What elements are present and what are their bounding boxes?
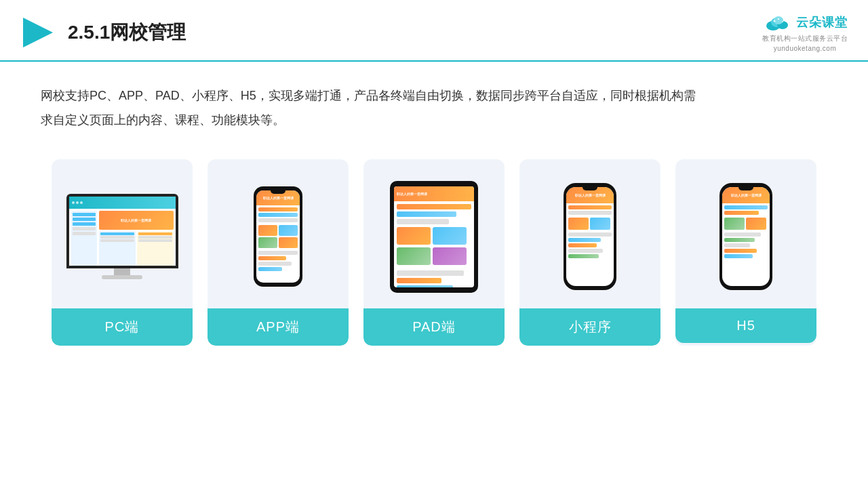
- phone-screen-h5: 职达人的第一堂网课: [722, 187, 770, 286]
- page-title: 2.5.1网校管理: [68, 20, 186, 45]
- card-pc-image: 职达人的第一堂网课: [52, 159, 193, 308]
- pc-stand-base: [102, 275, 142, 279]
- card-app-label: APP端: [208, 308, 349, 346]
- phone-mockup-h5: 职达人的第一堂网课: [719, 183, 772, 290]
- logo-sub: 教育机构一站式服务云平台: [762, 34, 848, 43]
- logo-icon: [762, 12, 792, 33]
- card-h5-image: 职达人的第一堂网课: [675, 159, 816, 308]
- phone-notch-app: [271, 190, 285, 194]
- pc-mockup: 职达人的第一堂网课: [66, 194, 178, 279]
- description: 网校支持PC、APP、PAD、小程序、H5，实现多端打通，产品各终端自由切换，数…: [0, 62, 746, 139]
- card-app: 职达人的第一堂网课: [208, 159, 349, 346]
- logo-area: 云朵课堂 教育机构一站式服务云平台 yunduoketang.com: [762, 12, 848, 52]
- tablet-screen: 职达人的第一堂网课: [394, 186, 474, 287]
- pc-screen: 职达人的第一堂网课: [69, 197, 176, 266]
- phone-mockup-app: 职达人的第一堂网课: [254, 186, 302, 287]
- pc-monitor: 职达人的第一堂网课: [66, 194, 178, 268]
- description-text: 网校支持PC、APP、PAD、小程序、H5，实现多端打通，产品各终端自由切换，数…: [41, 89, 696, 127]
- tablet-mockup: 职达人的第一堂网课: [390, 181, 478, 293]
- pc-stand-neck: [114, 268, 130, 275]
- svg-point-6: [778, 18, 779, 20]
- logo-cloud: 云朵课堂: [762, 12, 848, 33]
- card-pad: 职达人的第一堂网课: [363, 159, 505, 346]
- card-pad-image: 职达人的第一堂网课: [363, 159, 505, 308]
- svg-point-7: [782, 21, 783, 22]
- phone-screen-mini: 职达人的第一堂网课: [566, 187, 614, 286]
- play-icon: [20, 15, 56, 50]
- card-h5-label: H5: [675, 308, 816, 343]
- svg-marker-0: [23, 18, 53, 47]
- card-miniapp-image: 职达人的第一堂网课: [519, 159, 660, 308]
- phone-screen-app: 职达人的第一堂网课: [256, 190, 300, 283]
- cards-container: 职达人的第一堂网课: [0, 139, 868, 359]
- phone-notch-mini: [583, 187, 597, 190]
- phone-notch-h5: [738, 187, 753, 190]
- card-pc: 职达人的第一堂网课: [52, 159, 193, 346]
- logo-url: yunduoketang.com: [774, 45, 837, 52]
- card-app-image: 职达人的第一堂网课: [208, 159, 349, 308]
- header-left: 2.5.1网校管理: [20, 15, 186, 50]
- card-miniapp: 职达人的第一堂网课: [519, 159, 660, 346]
- logo-text: 云朵课堂: [796, 14, 848, 30]
- phone-mockup-mini: 职达人的第一堂网课: [564, 183, 616, 290]
- header: 2.5.1网校管理 云朵课堂 教育机构一站式服务云平台 yunduoketang…: [0, 0, 868, 62]
- card-miniapp-label: 小程序: [519, 308, 660, 346]
- svg-point-5: [774, 20, 776, 22]
- card-h5: 职达人的第一堂网课: [675, 159, 816, 346]
- card-pad-label: PAD端: [363, 308, 505, 346]
- card-pc-label: PC端: [52, 308, 193, 346]
